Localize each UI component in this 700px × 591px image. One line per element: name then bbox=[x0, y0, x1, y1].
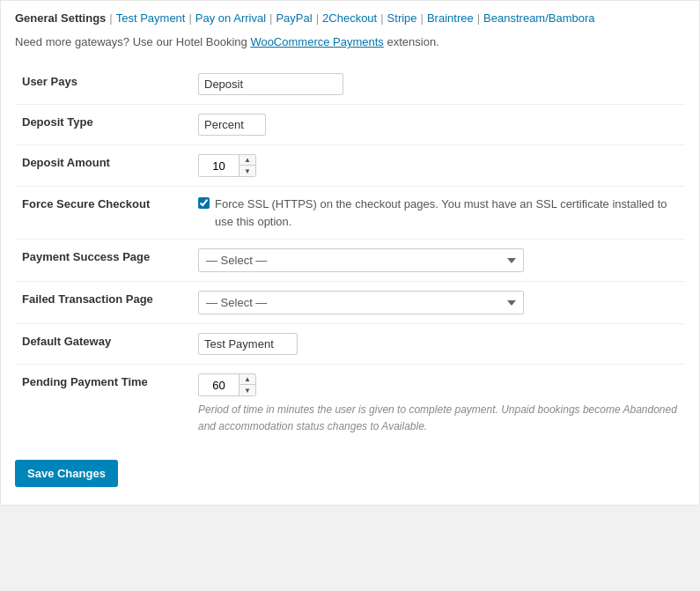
user-pays-control: Deposit Full Amount Full Amount or Depos… bbox=[191, 64, 685, 105]
force-secure-checkout-label: Force Secure Checkout bbox=[15, 187, 191, 240]
default-gateway-select[interactable]: Test Payment Pay on Arrival PayPal Strip… bbox=[198, 333, 298, 355]
pending-payment-time-input[interactable] bbox=[199, 375, 239, 395]
pending-payment-time-spinner: ▲ ▼ bbox=[198, 373, 256, 396]
separator-4: | bbox=[316, 11, 319, 25]
deposit-amount-increment[interactable]: ▲ bbox=[239, 155, 255, 166]
force-secure-checkout-row: Force Secure Checkout Force SSL (HTTPS) … bbox=[15, 187, 685, 240]
pending-payment-time-label: Pending Payment Time bbox=[15, 365, 191, 445]
deposit-type-row: Deposit Type Percent Fixed bbox=[15, 105, 685, 145]
failed-transaction-page-control: — Select — bbox=[191, 282, 685, 324]
deposit-amount-input[interactable] bbox=[199, 156, 239, 176]
settings-table: User Pays Deposit Full Amount Full Amoun… bbox=[15, 64, 685, 444]
deposit-amount-control: ▲ ▼ bbox=[191, 145, 685, 187]
save-changes-button[interactable]: Save Changes bbox=[15, 460, 118, 487]
separator-1: | bbox=[109, 11, 112, 25]
deposit-amount-decrement[interactable]: ▼ bbox=[239, 166, 255, 176]
payment-success-page-label: Payment Success Page bbox=[15, 240, 191, 282]
info-banner: Need more gateways? Use our Hotel Bookin… bbox=[15, 35, 685, 48]
force-secure-checkout-control: Force SSL (HTTPS) on the checkout pages.… bbox=[191, 187, 685, 240]
deposit-type-select[interactable]: Percent Fixed bbox=[198, 114, 266, 136]
failed-transaction-page-row: Failed Transaction Page — Select — bbox=[15, 282, 685, 324]
separator-6: | bbox=[421, 11, 424, 25]
pending-payment-time-increment[interactable]: ▲ bbox=[239, 374, 255, 385]
failed-transaction-page-label: Failed Transaction Page bbox=[15, 282, 191, 324]
tab-2checkout[interactable]: 2Checkout bbox=[322, 11, 377, 25]
deposit-type-label: Deposit Type bbox=[15, 105, 191, 145]
force-secure-checkout-checkbox-row: Force SSL (HTTPS) on the checkout pages.… bbox=[198, 196, 678, 230]
deposit-amount-spinner: ▲ ▼ bbox=[198, 154, 256, 177]
force-secure-checkout-description: Force SSL (HTTPS) on the checkout pages.… bbox=[215, 196, 678, 230]
pending-payment-time-help: Period of time in minutes the user is gi… bbox=[198, 402, 678, 435]
default-gateway-control: Test Payment Pay on Arrival PayPal Strip… bbox=[191, 324, 685, 365]
info-suffix: extension. bbox=[384, 35, 439, 48]
deposit-type-select-wrapper: Percent Fixed bbox=[198, 114, 266, 136]
separator-7: | bbox=[477, 11, 480, 25]
separator-2: | bbox=[188, 11, 191, 25]
deposit-amount-label: Deposit Amount bbox=[15, 145, 191, 187]
tab-general-settings[interactable]: General Settings bbox=[15, 11, 106, 25]
info-prefix: Need more gateways? Use our Hotel Bookin… bbox=[15, 35, 250, 48]
failed-transaction-page-select[interactable]: — Select — bbox=[198, 291, 524, 314]
default-gateway-label: Default Gateway bbox=[15, 324, 191, 365]
separator-5: | bbox=[380, 11, 383, 25]
user-pays-row: User Pays Deposit Full Amount Full Amoun… bbox=[15, 64, 685, 105]
separator-3: | bbox=[269, 11, 272, 25]
user-pays-select[interactable]: Deposit Full Amount Full Amount or Depos… bbox=[198, 73, 343, 95]
payment-success-page-row: Payment Success Page — Select — bbox=[15, 240, 685, 282]
deposit-amount-row: Deposit Amount ▲ ▼ bbox=[15, 145, 685, 187]
woocommerce-payments-link[interactable]: WooCommerce Payments bbox=[250, 35, 383, 48]
tab-beanstream[interactable]: Beanstream/Bambora bbox=[483, 11, 594, 25]
force-secure-checkout-checkbox[interactable] bbox=[198, 197, 210, 209]
pending-payment-time-decrement[interactable]: ▼ bbox=[239, 385, 255, 395]
deposit-amount-spinner-buttons: ▲ ▼ bbox=[239, 155, 255, 176]
pending-payment-time-control: ▲ ▼ Period of time in minutes the user i… bbox=[191, 365, 685, 445]
pending-payment-time-spinner-buttons: ▲ ▼ bbox=[239, 374, 255, 395]
user-pays-label: User Pays bbox=[15, 64, 191, 105]
user-pays-select-wrapper: Deposit Full Amount Full Amount or Depos… bbox=[198, 73, 343, 95]
tab-stripe[interactable]: Stripe bbox=[387, 11, 417, 25]
pending-payment-time-row: Pending Payment Time ▲ ▼ Period of time … bbox=[15, 365, 685, 445]
payment-success-page-control: — Select — bbox=[191, 240, 685, 282]
tab-braintree[interactable]: Braintree bbox=[427, 11, 474, 25]
default-gateway-select-wrapper: Test Payment Pay on Arrival PayPal Strip… bbox=[198, 333, 298, 355]
tab-paypal[interactable]: PayPal bbox=[276, 11, 312, 25]
tab-navigation: General Settings | Test Payment | Pay on… bbox=[15, 11, 685, 25]
deposit-type-control: Percent Fixed bbox=[191, 105, 685, 145]
tab-test-payment[interactable]: Test Payment bbox=[116, 11, 186, 25]
default-gateway-row: Default Gateway Test Payment Pay on Arri… bbox=[15, 324, 685, 365]
payment-success-page-select[interactable]: — Select — bbox=[198, 248, 524, 272]
tab-pay-on-arrival[interactable]: Pay on Arrival bbox=[195, 11, 266, 25]
